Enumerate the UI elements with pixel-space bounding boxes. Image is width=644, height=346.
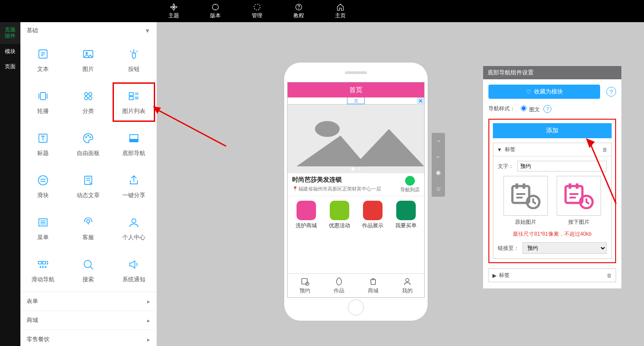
add-button[interactable]: 添加: [493, 123, 612, 138]
delete-icon[interactable]: 🗑: [602, 147, 608, 153]
comp-user-center-label: 个人中心: [122, 233, 145, 241]
comp-share[interactable]: 一键分享: [111, 165, 156, 207]
leftnav-components[interactable]: 页面 组件: [0, 22, 20, 44]
feat-wash[interactable]: 洗护商城: [296, 201, 317, 229]
cluster-icon[interactable]: ❀: [432, 165, 445, 181]
article-icon: [82, 174, 95, 187]
tag-accordion-closed[interactable]: ▶标签🗑: [488, 268, 616, 282]
size-hint: 最佳尺寸81*81像素，不超过40kb: [498, 230, 607, 238]
drag-handle-icon[interactable]: ☰: [347, 97, 365, 104]
section-mall-label: 商城: [27, 316, 38, 324]
arrow-right-icon[interactable]: →: [432, 133, 445, 149]
feat-wash-label: 洗护商城: [296, 222, 317, 229]
topnav-tutorial[interactable]: 教程: [293, 3, 304, 19]
comp-share-label: 一键分享: [122, 191, 145, 199]
close-icon[interactable]: ✕: [417, 97, 424, 105]
comp-slide-nav[interactable]: 滑动导航: [20, 249, 66, 292]
svg-rect-13: [129, 97, 133, 100]
comp-carousel[interactable]: 轮播: [20, 81, 66, 123]
comp-button-label: 按钮: [128, 65, 140, 73]
feat-pay-label: 我要买单: [395, 222, 417, 229]
star-icon[interactable]: ☆: [432, 181, 445, 197]
link-select[interactable]: 预约: [523, 242, 607, 254]
comp-sys-notice[interactable]: 系统通知: [111, 249, 156, 292]
section-form[interactable]: 表单▸: [20, 292, 156, 311]
slider-icon: [36, 174, 50, 187]
banner-placeholder[interactable]: [288, 105, 424, 173]
tab-mall-label: 商城: [368, 287, 379, 295]
help-icon[interactable]: ?: [543, 105, 551, 113]
leftnav-page[interactable]: 页面: [0, 59, 20, 74]
original-image-thumb[interactable]: 原始图片: [503, 176, 548, 226]
feat-promo-label: 优惠活动: [329, 222, 350, 229]
comp-slider[interactable]: 滑块: [20, 165, 66, 207]
svg-line-31: [155, 109, 226, 146]
pressed-image-thumb[interactable]: 按下图片: [557, 176, 601, 226]
section-form-label: 表单: [27, 297, 38, 305]
service-icon: [82, 216, 95, 229]
shop-address: 福建省福州市高新区正荣财富中心一层: [298, 186, 381, 191]
favorite-button[interactable]: ♡收藏为模块: [488, 85, 600, 99]
topnav-home[interactable]: 主页: [335, 3, 346, 19]
bottom-tabbar: 预约 作品 商城 我的: [288, 273, 424, 297]
comp-search[interactable]: 搜索: [66, 249, 111, 292]
text-input[interactable]: [517, 161, 607, 171]
section-retail-label: 零售餐饮: [27, 335, 50, 343]
component-handle[interactable]: ☰✕: [288, 97, 424, 105]
tab-mall[interactable]: 商城: [368, 276, 379, 295]
comp-text[interactable]: 文本: [20, 39, 66, 81]
comp-image[interactable]: 图片: [66, 39, 111, 81]
nav-to-shop[interactable]: 导航到店: [400, 176, 420, 193]
comp-category[interactable]: 分类: [66, 81, 111, 123]
section-mall[interactable]: 商城▸: [20, 311, 156, 330]
svg-point-1: [254, 4, 260, 10]
topnav-version-label: 版本: [210, 12, 221, 19]
tab-works[interactable]: 作品: [334, 276, 344, 295]
comp-free-panel[interactable]: 自由面板: [66, 123, 111, 165]
comp-user-center[interactable]: 个人中心: [111, 207, 156, 249]
comp-carousel-label: 轮播: [37, 107, 49, 115]
comp-service[interactable]: 客服: [66, 207, 111, 249]
tag-accordion-closed-label: 标签: [499, 272, 510, 279]
section-basic-label: 基础: [27, 27, 38, 35]
tab-mine[interactable]: 我的: [402, 276, 413, 295]
comp-dyn-article[interactable]: 动态文章: [66, 165, 111, 207]
comp-menu-label: 菜单: [37, 233, 49, 241]
topnav-theme[interactable]: 主题: [168, 3, 179, 19]
nav-style-option[interactable]: 图文: [519, 104, 540, 113]
tab-book[interactable]: 预约: [300, 276, 310, 295]
topnav-manage[interactable]: 管理: [252, 3, 262, 19]
notice-icon: [127, 258, 141, 271]
comp-button[interactable]: 按钮: [111, 39, 156, 81]
category-icon: [82, 89, 95, 103]
help-icon[interactable]: ?: [606, 87, 616, 97]
section-basic-head[interactable]: 基础▼: [20, 22, 156, 39]
svg-point-30: [84, 260, 91, 267]
link-field-label: 链接至：: [498, 245, 519, 252]
comp-menu[interactable]: 菜单: [20, 207, 66, 249]
bottom-nav-icon: [127, 132, 141, 145]
comp-img-list[interactable]: 图片列表: [111, 81, 156, 123]
delete-icon[interactable]: 🗑: [607, 272, 612, 279]
comp-title[interactable]: 标题: [20, 123, 66, 165]
arrow-left-icon[interactable]: ←: [432, 149, 445, 165]
text-icon: [36, 47, 50, 61]
svg-point-15: [86, 136, 87, 137]
tag-accordion-label: 标签: [505, 146, 515, 153]
svg-point-6: [86, 52, 88, 54]
svg-rect-12: [129, 92, 133, 95]
comp-bottom-nav[interactable]: 底部导航: [111, 123, 156, 165]
feat-works[interactable]: 作品展示: [362, 201, 383, 229]
feat-pay[interactable]: 我要买单: [395, 201, 417, 229]
leftnav-modules[interactable]: 模块: [0, 44, 20, 59]
feat-promo[interactable]: 优惠活动: [329, 201, 350, 229]
svg-point-11: [89, 97, 92, 100]
chevron-right-icon: ▸: [147, 317, 150, 324]
title-icon: [36, 132, 50, 145]
svg-rect-19: [129, 139, 138, 142]
tab-mine-label: 我的: [402, 287, 413, 295]
nav-style-radio[interactable]: [521, 105, 527, 111]
tag-accordion-head[interactable]: ▼标签🗑: [493, 143, 611, 156]
section-retail[interactable]: 零售餐饮▸: [20, 330, 156, 346]
topnav-version[interactable]: 版本: [210, 3, 221, 19]
